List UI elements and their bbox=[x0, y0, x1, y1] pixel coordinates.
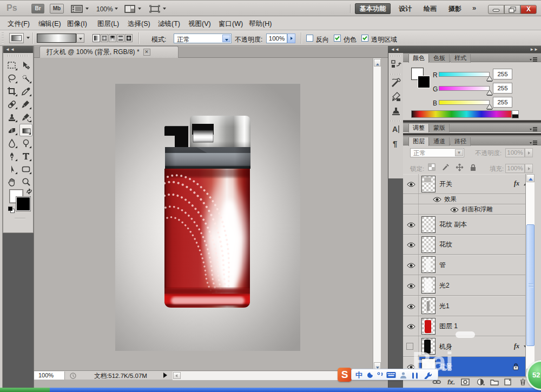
menu-select[interactable]: 选择(S) bbox=[128, 19, 150, 29]
layers-scroll-up-icon[interactable] bbox=[526, 174, 535, 182]
layer-thumbnail[interactable] bbox=[421, 318, 436, 335]
red-value-input[interactable]: 255 bbox=[493, 69, 512, 79]
view-extras-icon[interactable] bbox=[71, 5, 83, 15]
layer-thumbnail[interactable] bbox=[421, 297, 436, 314]
background-color-swatch[interactable] bbox=[16, 197, 30, 211]
menu-filter[interactable]: 滤镜(T) bbox=[158, 19, 180, 29]
canvas[interactable] bbox=[115, 84, 300, 351]
visibility-eye-icon[interactable] bbox=[407, 242, 415, 249]
mode-dropdown-arrow[interactable] bbox=[222, 35, 230, 42]
ime-punctuation-icon[interactable] bbox=[377, 371, 384, 379]
history-panel-icon[interactable] bbox=[391, 59, 401, 70]
start-button-edge[interactable] bbox=[0, 388, 50, 392]
lock-pixels-icon[interactable] bbox=[441, 163, 450, 171]
reflected-gradient-button[interactable] bbox=[117, 34, 124, 42]
menu-layer[interactable]: 图层(L) bbox=[97, 19, 119, 29]
brush-presets-panel-icon[interactable] bbox=[391, 77, 401, 88]
workspace-overflow-chevron[interactable]: » bbox=[472, 4, 476, 12]
layer-row[interactable]: 光2 bbox=[403, 275, 535, 296]
layer-thumbnail[interactable] bbox=[421, 256, 436, 273]
lock-all-icon[interactable] bbox=[469, 163, 477, 171]
color-spectrum-ramp[interactable] bbox=[411, 110, 512, 118]
layer-thumbnail[interactable] bbox=[421, 216, 436, 233]
bevel-emboss-row[interactable]: 斜面和浮雕 bbox=[403, 204, 535, 215]
status-flyout-arrow[interactable] bbox=[163, 373, 167, 378]
hand-tool[interactable] bbox=[5, 176, 18, 188]
menu-edit[interactable]: 编辑(E) bbox=[38, 19, 61, 29]
ime-wrench-icon[interactable] bbox=[424, 371, 432, 379]
visibility-eye-icon[interactable] bbox=[407, 303, 415, 311]
green-slider-track[interactable] bbox=[439, 86, 490, 91]
workspace-photography[interactable]: 摄影 bbox=[448, 4, 461, 14]
screen-mode-icon[interactable] bbox=[149, 5, 160, 15]
gradient-picker-arrow[interactable] bbox=[76, 34, 84, 43]
scroll-left-icon[interactable] bbox=[173, 372, 181, 379]
pen-tool[interactable] bbox=[5, 150, 18, 162]
lock-position-icon[interactable] bbox=[456, 163, 464, 171]
panel-menu-icon[interactable] bbox=[529, 125, 538, 130]
menu-help[interactable]: 帮助(H) bbox=[249, 19, 272, 29]
close-button[interactable]: X bbox=[520, 5, 537, 14]
tab-swatches[interactable]: 色板 bbox=[430, 54, 450, 63]
menu-image[interactable]: 图像(I) bbox=[67, 19, 87, 29]
rectangular-marquee-tool[interactable] bbox=[5, 59, 18, 71]
ime-keyboard-icon[interactable] bbox=[386, 371, 396, 378]
menu-window[interactable]: 窗口(W) bbox=[219, 19, 243, 29]
arrange-documents-icon[interactable] bbox=[124, 5, 135, 15]
mode-select[interactable]: 正常 bbox=[174, 34, 232, 43]
default-colors-icon[interactable] bbox=[8, 207, 15, 213]
visibility-eye-icon[interactable] bbox=[407, 283, 415, 290]
fill-arrow[interactable] bbox=[525, 164, 533, 173]
restore-button[interactable] bbox=[504, 5, 520, 14]
transparency-checkbox[interactable] bbox=[361, 35, 368, 42]
layer-row[interactable]: 花纹 副本 bbox=[403, 215, 535, 235]
tab-masks[interactable]: 蒙版 bbox=[430, 124, 450, 132]
canvas-area[interactable] bbox=[34, 58, 381, 370]
red-slider-thumb[interactable] bbox=[487, 76, 492, 81]
tab-adjustments[interactable]: 调整 bbox=[408, 124, 429, 132]
visibility-eye-icon[interactable] bbox=[407, 262, 415, 270]
eyedropper-tool[interactable] bbox=[19, 85, 32, 97]
reverse-checkbox[interactable] bbox=[306, 35, 313, 42]
fill-value[interactable]: 100% bbox=[505, 164, 525, 173]
tool-preset-dropdown-arrow[interactable] bbox=[27, 37, 30, 39]
tools-collapse-header[interactable]: ◄◄ bbox=[3, 46, 33, 53]
arrange-dropdown-arrow[interactable] bbox=[138, 8, 141, 10]
adjustment-layer-icon[interactable] bbox=[477, 378, 485, 386]
panel-menu-icon[interactable] bbox=[529, 56, 538, 61]
rounded-rectangle-tool[interactable] bbox=[19, 163, 32, 175]
linear-gradient-button[interactable] bbox=[93, 34, 100, 42]
blend-dropdown-arrow[interactable]: ▼ bbox=[455, 149, 463, 156]
zoom-tool[interactable] bbox=[19, 176, 32, 188]
document-size-info[interactable]: 文档:512.7K/5.07M bbox=[67, 372, 175, 380]
menu-file[interactable]: 文件(F) bbox=[8, 19, 30, 29]
layer-effects-row[interactable]: 效果 bbox=[403, 194, 535, 204]
layers-opacity-arrow[interactable] bbox=[525, 148, 533, 157]
bridge-button[interactable]: Br bbox=[31, 4, 44, 14]
layer-row[interactable]: 光1 bbox=[403, 296, 535, 316]
ime-user-icon[interactable] bbox=[400, 371, 407, 379]
minimize-button[interactable] bbox=[488, 5, 504, 14]
brush-tool[interactable] bbox=[19, 98, 32, 110]
mini-bridge-button[interactable]: Mb bbox=[50, 4, 64, 14]
history-brush-tool[interactable] bbox=[19, 111, 32, 123]
document-tab[interactable]: 打火机 @ 100% (背景, RGB/8) *✕ bbox=[39, 46, 179, 58]
ime-toolbar[interactable]: S 中 bbox=[338, 368, 438, 382]
tab-channels[interactable]: 通道 bbox=[430, 137, 450, 146]
dither-label[interactable]: 仿色 bbox=[344, 35, 357, 44]
visibility-eye-icon[interactable] bbox=[407, 181, 415, 189]
gradient-tool[interactable] bbox=[19, 124, 32, 136]
bevel-visibility-icon[interactable] bbox=[450, 207, 459, 214]
layer-thumbnail[interactable] bbox=[421, 236, 436, 253]
diamond-gradient-button[interactable] bbox=[125, 34, 133, 42]
tab-close-icon[interactable]: ✕ bbox=[143, 49, 150, 56]
reverse-label[interactable]: 反向 bbox=[316, 35, 329, 44]
gradient-preview[interactable] bbox=[37, 34, 76, 43]
green-slider-thumb[interactable] bbox=[487, 90, 492, 95]
dodge-tool[interactable] bbox=[19, 137, 32, 149]
tab-color[interactable]: 颜色 bbox=[408, 54, 429, 63]
ime-mode-chinese[interactable]: 中 bbox=[355, 370, 362, 380]
layer-thumbnail[interactable] bbox=[421, 176, 436, 192]
lock-transparency-icon[interactable] bbox=[428, 163, 436, 171]
vertical-scrollbar[interactable] bbox=[373, 58, 381, 370]
